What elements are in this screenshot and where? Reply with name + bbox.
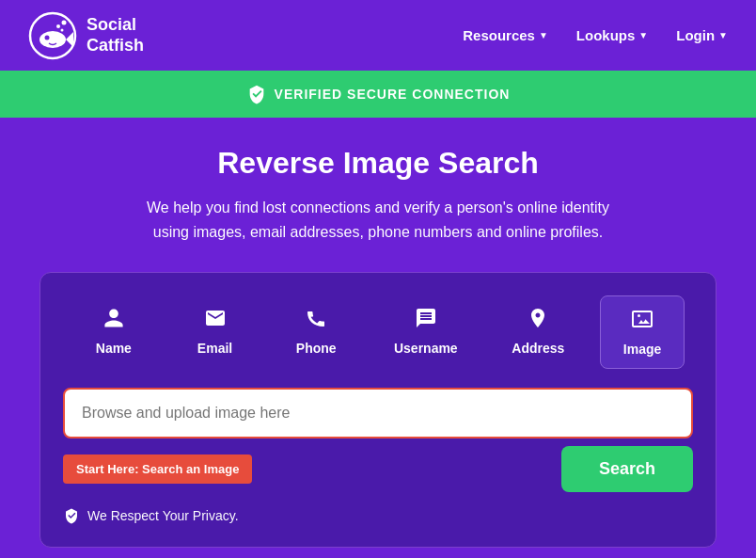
search-button[interactable]: Search (561, 446, 693, 492)
svg-point-7 (638, 314, 640, 317)
main-nav: Resources ▼ Lookups ▼ Login ▼ (463, 27, 728, 43)
logo-text: Social Catfish (87, 15, 144, 56)
search-bottom-row: Start Here: Search an Image Search (63, 446, 693, 492)
page-title: Reverse Image Search (217, 146, 539, 181)
tab-email[interactable]: Email (173, 295, 258, 369)
nav-lookups[interactable]: Lookups ▼ (576, 27, 648, 43)
svg-point-6 (61, 28, 64, 31)
chevron-down-icon: ▼ (638, 30, 648, 40)
nav-login[interactable]: Login ▼ (676, 27, 728, 43)
image-upload-input[interactable] (63, 388, 693, 438)
chat-icon (415, 307, 437, 335)
person-icon (102, 307, 125, 335)
location-icon (527, 307, 549, 335)
tab-username[interactable]: Username (375, 295, 477, 369)
privacy-row: We Respect Your Privacy. (63, 507, 693, 524)
svg-marker-2 (66, 32, 73, 47)
logo[interactable]: Social Catfish (28, 11, 144, 60)
tab-phone[interactable]: Phone (274, 295, 358, 369)
header: Social Catfish Resources ▼ Lookups ▼ Log… (0, 0, 756, 71)
shield-privacy-icon (63, 507, 80, 524)
svg-point-5 (62, 20, 67, 24)
chevron-down-icon: ▼ (718, 30, 728, 40)
tab-address[interactable]: Address (493, 295, 583, 369)
chevron-down-icon: ▼ (539, 30, 548, 40)
email-icon (204, 307, 227, 335)
svg-point-3 (45, 35, 50, 40)
phone-icon (305, 307, 327, 335)
logo-icon (28, 11, 77, 60)
privacy-text: We Respect Your Privacy. (87, 508, 239, 523)
upload-area[interactable] (63, 388, 693, 438)
svg-point-1 (39, 31, 66, 48)
search-card: Name Email Phone Username (39, 272, 717, 548)
shield-icon (246, 84, 267, 104)
svg-point-4 (56, 24, 60, 28)
tab-name[interactable]: Name (71, 295, 156, 369)
nav-resources[interactable]: Resources ▼ (463, 27, 548, 43)
search-tabs: Name Email Phone Username (63, 295, 693, 369)
start-here-label: Start Here: Search an Image (63, 454, 252, 484)
tab-image[interactable]: Image (600, 295, 685, 369)
page-description: We help you find lost connections and ve… (143, 196, 613, 244)
main-content: Reverse Image Search We help you find lo… (0, 118, 756, 558)
secure-banner: VERIFIED SECURE CONNECTION (0, 71, 756, 118)
image-icon (631, 308, 654, 336)
